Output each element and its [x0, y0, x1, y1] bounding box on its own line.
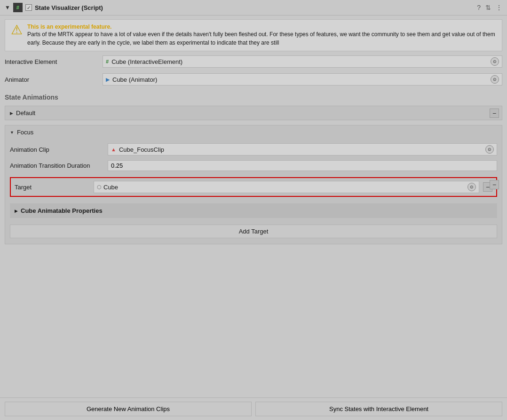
- animatable-section: ▶ Cube Animatable Properties: [10, 203, 497, 218]
- default-section-header[interactable]: ▶ Default: [5, 106, 502, 120]
- interactive-element-field: # Cube (InteractiveElement) ⊙: [103, 55, 502, 68]
- focus-section: ▼ Focus − Animation Clip ▲ Cube_FocusCli…: [5, 125, 502, 244]
- default-remove-button[interactable]: −: [490, 109, 499, 118]
- warning-icon: ⚠: [11, 23, 23, 37]
- target-picker[interactable]: ⊙: [467, 183, 476, 191]
- cube-icon: ⬡: [97, 184, 102, 190]
- enabled-checkbox[interactable]: [25, 4, 32, 11]
- bottom-actions: Generate New Animation Clips Sync States…: [0, 397, 507, 420]
- component-title: State Visualizer (Script): [35, 4, 474, 11]
- animator-icon: ▶: [106, 77, 110, 83]
- settings-icon[interactable]: ⇅: [485, 4, 491, 11]
- animation-clip-picker[interactable]: ⊙: [485, 145, 494, 154]
- interactive-element-picker[interactable]: ⊙: [491, 57, 499, 66]
- add-target-button[interactable]: Add Target: [10, 225, 497, 238]
- collapse-chevron[interactable]: ▼: [5, 4, 10, 11]
- focus-arrow: ▼: [10, 130, 14, 135]
- default-section: ▶ Default −: [5, 106, 502, 120]
- target-label: Target: [15, 184, 90, 191]
- target-row: Target ⬡ Cube ⊙ −: [10, 177, 497, 197]
- state-animations-title: State Animations: [5, 90, 502, 103]
- warning-body: Parts of the MRTK appear to have a lot o…: [27, 30, 496, 47]
- clip-icon: ▲: [111, 147, 116, 152]
- animator-row: Animator ▶ Cube (Animator) ⊙: [5, 72, 502, 87]
- help-icon[interactable]: ?: [477, 4, 481, 11]
- target-field: ⬡ Cube ⊙: [94, 181, 479, 193]
- sync-states-button[interactable]: Sync States with Interactive Element: [255, 402, 502, 416]
- animatable-header[interactable]: ▶ Cube Animatable Properties: [15, 207, 492, 214]
- inspector-header: ▼ # State Visualizer (Script) ? ⇅ ⋮: [0, 0, 507, 16]
- script-icon: #: [13, 3, 23, 12]
- animator-value: Cube (Animator): [112, 76, 488, 83]
- interactive-element-row: Interactive Element # Cube (InteractiveE…: [5, 54, 502, 69]
- warning-text-container: This is an experimental feature. Parts o…: [27, 23, 496, 47]
- animation-clip-field: ▲ Cube_FocusClip ⊙: [108, 143, 497, 156]
- inspector-content: ⚠ This is an experimental feature. Parts…: [0, 16, 507, 248]
- focus-remove-button[interactable]: −: [490, 180, 499, 189]
- hash-icon: #: [106, 59, 109, 64]
- interactive-element-value: Cube (InteractiveElement): [111, 58, 488, 65]
- more-icon[interactable]: ⋮: [496, 4, 502, 11]
- animator-label: Animator: [5, 76, 99, 83]
- animation-transition-row: Animation Transition Duration: [10, 159, 497, 172]
- experimental-warning: ⚠ This is an experimental feature. Parts…: [5, 19, 502, 51]
- animation-transition-input[interactable]: [108, 160, 497, 171]
- inspector-panel: ▼ # State Visualizer (Script) ? ⇅ ⋮ ⚠ Th…: [0, 0, 507, 420]
- animation-clip-value: Cube_FocusClip: [119, 146, 483, 153]
- default-arrow: ▶: [10, 111, 13, 116]
- animation-clip-label: Animation Clip: [10, 146, 104, 153]
- focus-body: Animation Clip ▲ Cube_FocusClip ⊙ Animat…: [5, 139, 502, 244]
- animatable-arrow: ▶: [15, 209, 18, 213]
- animator-field: ▶ Cube (Animator) ⊙: [103, 73, 502, 86]
- target-value: Cube: [103, 184, 466, 191]
- animatable-title: Cube Animatable Properties: [21, 207, 103, 214]
- animator-picker[interactable]: ⊙: [491, 75, 499, 84]
- header-actions: ? ⇅ ⋮: [477, 4, 502, 11]
- interactive-element-label: Interactive Element: [5, 58, 99, 65]
- animation-clip-row: Animation Clip ▲ Cube_FocusClip ⊙: [10, 142, 497, 157]
- warning-title: This is an experimental feature.: [27, 23, 496, 30]
- animation-transition-label: Animation Transition Duration: [10, 162, 104, 169]
- focus-section-header[interactable]: ▼ Focus: [5, 125, 502, 139]
- default-title: Default: [16, 109, 35, 117]
- generate-clips-button[interactable]: Generate New Animation Clips: [5, 402, 252, 416]
- focus-title: Focus: [17, 129, 33, 136]
